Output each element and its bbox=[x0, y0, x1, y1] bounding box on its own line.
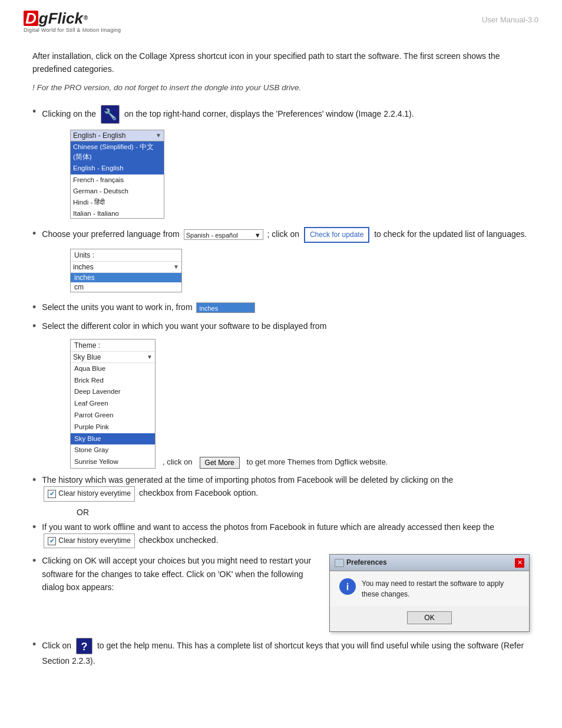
bullet-content-4: Select the different color in which you … bbox=[42, 319, 530, 332]
dialog-titlebar: Preferences ✕ bbox=[330, 555, 529, 571]
list-item[interactable]: German - Deutsch bbox=[71, 186, 164, 197]
list-item[interactable]: French - français bbox=[71, 174, 164, 186]
clear-history-checkbox-2[interactable] bbox=[48, 537, 56, 545]
dialog-title-text: Preferences bbox=[346, 557, 387, 568]
bullet-item-ok-dialog: • Clicking on OK will accept your choice… bbox=[32, 554, 530, 632]
list-item[interactable]: Chinese (Simplified) - 中文(简体) bbox=[71, 141, 164, 163]
list-item[interactable]: Purple Pink bbox=[71, 421, 155, 433]
units-label: Units : bbox=[71, 249, 181, 262]
clear-history-label-2: Clear history everytime bbox=[58, 535, 131, 546]
get-more-button[interactable]: Get More bbox=[200, 457, 240, 469]
theme-select-row[interactable]: Sky Blue ▼ bbox=[71, 352, 155, 363]
list-item[interactable]: Aqua Blue bbox=[71, 363, 155, 375]
bullet1-text-before: Clicking on the bbox=[42, 108, 96, 118]
bullet-dot-7: • bbox=[32, 638, 36, 651]
bullet-dot-1: • bbox=[32, 106, 36, 118]
bullet-dot-5c: • bbox=[32, 521, 36, 533]
bullet5c-text-after: checkbox unchecked. bbox=[139, 535, 219, 545]
list-item[interactable]: Sky Blue bbox=[71, 433, 155, 445]
list-item[interactable]: Parrot Green bbox=[71, 410, 155, 421]
bullet-content-2: Choose your preferred language from Span… bbox=[42, 227, 530, 243]
bullet-content-6: Clicking on OK will accept your choices … bbox=[42, 554, 530, 632]
units-select-row[interactable]: inches ▼ bbox=[71, 262, 181, 273]
dialog-message: You may need to restart the software to … bbox=[362, 578, 520, 599]
list-item[interactable]: inches bbox=[71, 273, 181, 282]
bullet-content-7: Click on ? to get the help menu. This ha… bbox=[42, 638, 530, 667]
list-item[interactable]: cm bbox=[71, 282, 181, 292]
dialog-info-icon: i bbox=[339, 578, 356, 595]
language-select-inline[interactable]: Spanish - español ▼ bbox=[184, 229, 263, 240]
check-update-button[interactable]: Check for update bbox=[304, 227, 369, 243]
bullet5a-text: The history which was generated at the t… bbox=[42, 475, 453, 485]
bullet-item-language: • Choose your preferred language from Sp… bbox=[32, 227, 530, 243]
list-item[interactable]: Brick Red bbox=[71, 375, 155, 387]
language-dropdown[interactable]: English - English ▼ Chinese (Simplified)… bbox=[70, 130, 164, 219]
units-options: inches cm bbox=[71, 273, 181, 292]
bullet-item-clear-history-a: • The history which was generated at the… bbox=[32, 473, 530, 502]
units-current-value: inches bbox=[73, 263, 94, 271]
wrench-icon[interactable] bbox=[101, 105, 120, 124]
list-item[interactable]: Deep Lavender bbox=[71, 386, 155, 398]
units-widget[interactable]: Units : inches ▼ inches cm bbox=[70, 249, 182, 292]
units-inline-indicator: inches bbox=[196, 302, 255, 313]
list-item[interactable]: English - English bbox=[71, 163, 164, 174]
bullet-content-3: Select the units you want to work in, fr… bbox=[42, 301, 530, 314]
clear-history-label: Clear history everytime bbox=[58, 488, 131, 499]
dialog-close-button[interactable]: ✕ bbox=[515, 558, 524, 568]
bullet-content-1: Clicking on the on the top right-hand co… bbox=[42, 105, 530, 124]
logo-tagline: Digital World for Still & Motion Imaging bbox=[24, 27, 121, 33]
question-mark-icon[interactable]: ? bbox=[76, 638, 92, 654]
bullet-dot-5a: • bbox=[32, 474, 36, 486]
theme-label: Theme : bbox=[71, 340, 155, 352]
bullet-content-5a: The history which was generated at the t… bbox=[42, 473, 530, 502]
preferences-dialog: Preferences ✕ i You may need to restart … bbox=[329, 554, 530, 632]
clear-history-checkbox-widget-2[interactable]: Clear history everytime bbox=[44, 533, 135, 548]
list-item[interactable]: Sunrise Yellow bbox=[71, 456, 155, 468]
list-item[interactable]: Stone Gray bbox=[71, 444, 155, 456]
dialog-footer: OK bbox=[330, 607, 529, 631]
bullet2-text-after: to check for the updated list of languag… bbox=[374, 229, 527, 239]
or-text: OR bbox=[77, 508, 530, 517]
theme-widget[interactable]: Theme : Sky Blue ▼ Aqua Blue Brick Red D… bbox=[70, 339, 156, 469]
get-more-after: to get more Themes from Dgflick website. bbox=[247, 457, 388, 469]
bullet-item-help: • Click on ? to get the help menu. This … bbox=[32, 638, 530, 667]
bullet-dot-2: • bbox=[32, 228, 36, 240]
bullet5a-text-after: checkbox from Facebook option. bbox=[139, 489, 258, 498]
units-dropdown-arrow[interactable]: ▼ bbox=[173, 263, 179, 270]
bullet2-text-middle: ; click on bbox=[267, 229, 299, 239]
theme-dropdown-arrow[interactable]: ▼ bbox=[147, 354, 153, 360]
dialog-ok-button[interactable]: OK bbox=[407, 611, 451, 624]
intro-paragraph1: After installation, click on the Collage… bbox=[32, 50, 530, 76]
bullet-content-5c: If you want to work offline and want to … bbox=[42, 521, 530, 549]
lang-dropdown-header[interactable]: English - English ▼ bbox=[71, 130, 164, 141]
dialog-title: Preferences bbox=[335, 557, 387, 568]
clear-history-checkbox-widget[interactable]: Clear history everytime bbox=[44, 486, 135, 501]
clear-history-checkbox[interactable] bbox=[48, 490, 56, 498]
list-item[interactable]: Italian - Italiano bbox=[71, 208, 164, 218]
bullet-item-preferences: • Clicking on the on the top right-hand … bbox=[32, 105, 530, 124]
main-content: After installation, click on the Collage… bbox=[0, 39, 562, 691]
manual-label: User Manual-3.0 bbox=[482, 15, 538, 24]
bullet5c-text-before: If you want to work offline and want to … bbox=[42, 522, 494, 532]
logo-rest-text: gFlick bbox=[39, 11, 83, 26]
lang-selected-value: English - English bbox=[73, 131, 125, 140]
bullet6-text: Clicking on OK will accept your choices … bbox=[42, 556, 311, 592]
list-item[interactable]: Leaf Green bbox=[71, 398, 155, 410]
page-header: D gFlick ® Digital World for Still & Mot… bbox=[0, 0, 562, 39]
bullet-dot-3: • bbox=[32, 301, 36, 314]
list-item[interactable]: Hindi - हिंदी bbox=[71, 197, 164, 208]
lang-dropdown-arrow[interactable]: ▼ bbox=[156, 132, 161, 139]
bullet2-text-before: Choose your preferred language from bbox=[42, 229, 179, 239]
bullet7-text-after: to get the help menu. This has a complet… bbox=[42, 641, 524, 666]
bullet7-text-before: Click on bbox=[42, 641, 71, 650]
get-more-text: , click on bbox=[163, 457, 193, 469]
pro-note: ! For the PRO version, do not forget to … bbox=[32, 83, 530, 92]
bullet1-text-after: on the top right-hand corner, displays t… bbox=[124, 108, 414, 118]
theme-options: Aqua Blue Brick Red Deep Lavender Leaf G… bbox=[71, 363, 155, 468]
theme-current-value: Sky Blue bbox=[73, 353, 101, 361]
bullet-dot-6: • bbox=[32, 555, 36, 567]
bullet-item-clear-history-b: • If you want to work offline and want t… bbox=[32, 521, 530, 549]
bullet-item-theme: • Select the different color in which yo… bbox=[32, 319, 530, 332]
logo-d-letter: D bbox=[24, 11, 38, 26]
prefs-icon bbox=[335, 559, 344, 567]
